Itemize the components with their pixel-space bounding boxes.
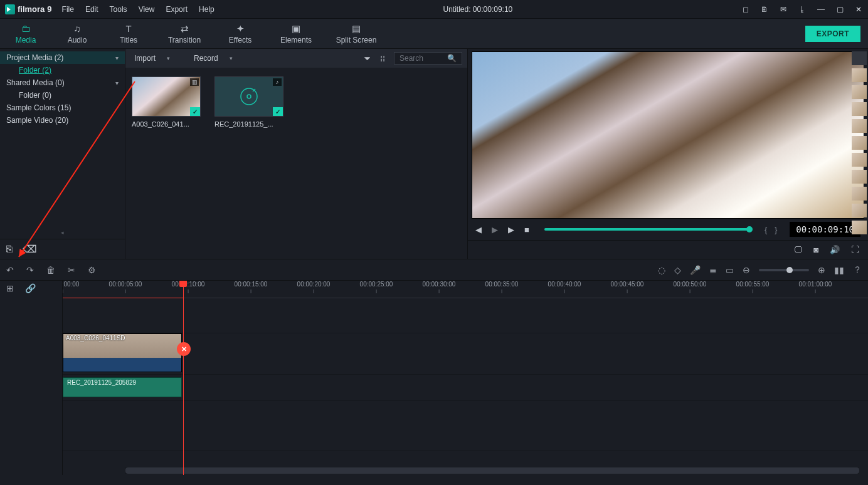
marker-icon[interactable]: ◇ [674,265,681,275]
sidebar-item-sample-video[interactable]: Sample Video (20) [0,114,125,127]
tab-elements[interactable]: ▣ Elements [266,19,326,48]
minimize-icon[interactable]: — [817,5,825,14]
menu-view[interactable]: View [139,5,155,14]
close-icon[interactable]: ✕ [854,5,863,14]
media-thumb-video[interactable]: ▥ ✓ A003_C026_041... [132,76,201,128]
tab-splitscreen[interactable]: ▤ Split Screen [326,19,386,48]
in-out-brackets-icon[interactable]: { } [765,225,780,234]
audio-disc-icon [238,85,260,108]
redo-icon[interactable]: ↷ [26,265,34,275]
sidebar-item-folder-0[interactable]: Folder (0) [0,89,125,102]
chevron-down-icon[interactable]: ▾ [115,55,119,61]
play-backward-button[interactable]: ▶ [492,225,498,234]
thumb-label: A003_C026_041... [132,120,201,128]
timeline-scrollbar[interactable] [125,467,859,474]
folder-icon: 🗀 [21,23,31,34]
cut-icon[interactable]: ✂ [68,265,75,275]
maximize-icon[interactable]: ▢ [835,5,844,14]
adjust-icon[interactable]: ⚙ [88,265,96,275]
render-icon[interactable]: ◌ [658,265,665,275]
export-button[interactable]: EXPORT [805,26,860,42]
elements-icon: ▣ [292,23,300,34]
menu-edit[interactable]: Edit [85,5,98,14]
menu-export[interactable]: Export [166,5,188,14]
titles-icon: T [125,23,131,34]
menu-file[interactable]: File [62,5,74,14]
volume-icon[interactable]: 🔊 [830,245,840,254]
ruler-mark: 00:00:20:00 [297,281,331,288]
tab-audio[interactable]: ♫ Audio [51,19,103,48]
document-title: Untitled: 00:00:09:10 [214,5,741,14]
track-manager-icon[interactable]: ▮▮ [834,265,844,275]
sidebar-item-label: Project Media (2) [6,53,63,62]
stop-button[interactable]: ■ [524,225,529,234]
play-button[interactable]: ▶ [508,225,514,234]
zoom-in-icon[interactable]: ⊕ [818,265,825,275]
download-icon[interactable]: ⭳ [798,5,807,14]
fullscreen-icon[interactable]: ⛶ [851,245,859,254]
playhead[interactable]: ✕ [183,281,184,475]
ruler-mark: 00:00:10:00 [172,281,205,288]
preview-panel: ◀ ▶ ▶ ■ { } 00:00:09:10 🖵 ◙ 🔊 ⛶ [468,49,868,259]
sidebar-item-project-media[interactable]: Project Media (2) ▾ [0,51,125,64]
clip-audio[interactable]: REC_20191125_205829 [63,377,182,397]
delete-icon[interactable]: 🗑 [46,265,55,275]
sidebar-collapse-handle[interactable]: ◂ [0,226,125,239]
app-version: 9 [47,4,51,14]
chevron-down-icon[interactable]: ▾ [115,80,119,86]
message-icon[interactable]: ✉ [779,5,788,14]
chevron-down-icon: ▾ [230,55,233,61]
prev-frame-button[interactable]: ◀ [475,225,482,234]
zoom-out-icon[interactable]: ⊖ [743,265,750,275]
sidebar-item-shared-media[interactable]: Shared Media (0) ▾ [0,76,125,89]
audio-badge-icon: ♪ [273,78,282,86]
render-preview-icon[interactable]: 🖵 [794,245,802,254]
clip-video[interactable]: A003_C026_0411SD [63,333,182,372]
tab-transition[interactable]: ⇄ Transition [154,19,214,48]
ruler-mark: 00:00:45:00 [611,281,644,288]
undo-icon[interactable]: ↶ [6,265,14,275]
sidebar-item-sample-colors[interactable]: Sample Colors (15) [0,102,125,114]
record-dropdown[interactable]: Record ▾ [190,54,236,63]
ruler-mark: 00:00:15:00 [235,281,268,288]
voiceover-icon[interactable]: 🎤 [690,265,701,275]
preview-thumb-strip[interactable] [852,51,867,234]
help-icon[interactable]: ？ [853,264,862,276]
import-dropdown[interactable]: Import ▾ [130,54,174,63]
delete-folder-icon[interactable]: ⌫ [23,243,37,255]
save-icon[interactable]: 🗎 [760,5,769,14]
tab-audio-label: Audio [68,36,87,44]
ruler-mark: 00:00:35:00 [485,281,519,288]
search-input[interactable] [400,54,443,63]
grid-view-icon[interactable]: ⁞⁞ [380,54,385,63]
timeline-add-track-icon[interactable]: ⊞ [6,283,14,293]
filter-icon[interactable]: ⏷ [363,54,371,63]
tab-titles[interactable]: T Titles [103,19,154,48]
menu-tools[interactable]: Tools [110,5,127,14]
search-box[interactable]: 🔍 [394,52,462,65]
zoom-slider[interactable] [759,269,809,271]
media-thumb-audio[interactable]: ♪ ✓ REC_20191125_... [214,76,283,128]
playhead-flag-icon[interactable] [179,281,187,287]
used-check-icon: ✓ [190,107,200,116]
scrollbar-thumb[interactable] [125,467,859,474]
svg-point-0 [241,88,257,105]
scissors-marker-icon[interactable]: ✕ [177,342,191,356]
search-icon[interactable]: 🔍 [447,54,457,63]
fit-icon[interactable]: ▭ [726,265,734,275]
timeline-link-icon[interactable]: 🔗 [25,283,36,293]
video-badge-icon: ▥ [190,78,199,86]
audio-mixer-icon[interactable]: ≣ [709,265,717,275]
account-icon[interactable]: ◻ [741,5,750,14]
tab-effects[interactable]: ✦ Effects [214,19,266,48]
ruler-mark: 00:00:05:00 [109,281,142,288]
preview-canvas[interactable] [472,51,864,219]
tab-media[interactable]: 🗀 Media [0,19,51,48]
snapshot-icon[interactable]: ◙ [813,245,818,254]
progress-bar[interactable] [544,228,749,231]
new-folder-icon[interactable]: ⎘ [6,244,13,255]
menu-help[interactable]: Help [199,5,214,14]
tab-transition-label: Transition [168,36,201,44]
ruler-mark: 00:00:30:00 [423,281,456,288]
sidebar-item-folder-2[interactable]: Folder (2) [0,64,125,76]
